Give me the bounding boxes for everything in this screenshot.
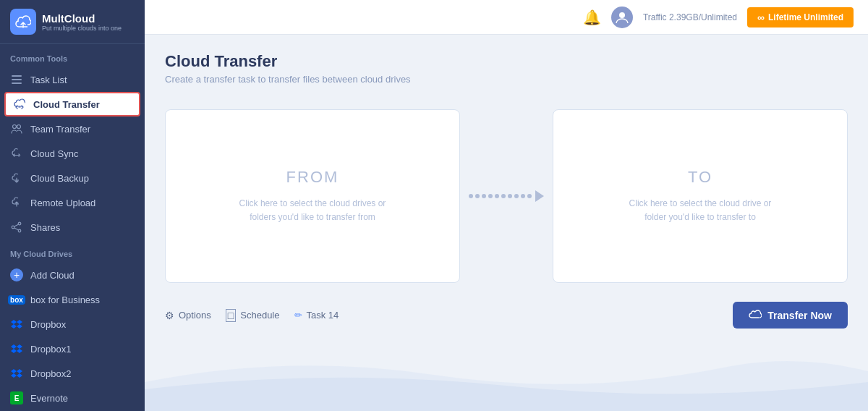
sidebar-item-cloud-transfer[interactable]: Cloud Transfer	[4, 92, 140, 116]
svg-rect-0	[12, 75, 22, 77]
cloud-backup-label: Cloud Backup	[30, 173, 89, 184]
dot-7	[508, 194, 512, 198]
from-box[interactable]: FROM Click here to select the cloud driv…	[165, 109, 460, 283]
wave-decoration	[145, 324, 868, 411]
from-title: FROM	[286, 168, 339, 187]
list-icon	[10, 73, 23, 86]
bottom-toolbar: ⚙ Options □ Schedule ✏ Task 14	[165, 290, 848, 334]
evernote-label: Evernote	[30, 393, 68, 404]
sidebar-item-add-cloud[interactable]: + Add Cloud	[0, 263, 145, 287]
to-title: TO	[688, 168, 712, 187]
from-desc: Click here to select the cloud drives or…	[233, 197, 392, 224]
schedule-label: Schedule	[240, 310, 279, 321]
to-desc: Click here to select the cloud drive or …	[621, 197, 780, 224]
sidebar-item-cloud-sync[interactable]: Cloud Sync	[0, 141, 145, 166]
cloud-transfer-icon	[13, 98, 26, 111]
lifetime-icon: ∞	[757, 12, 765, 23]
options-label: Options	[179, 310, 211, 321]
dropbox-icon	[10, 318, 23, 331]
logo-area: MultCloud Put multiple clouds into one	[0, 0, 145, 44]
traffic-text: Traffic 2.39GB/Unlimited	[643, 12, 737, 22]
remote-upload-icon	[10, 196, 23, 209]
task-list-label: Task List	[30, 75, 67, 85]
transfer-now-button[interactable]: Transfer Now	[733, 302, 848, 329]
svg-point-3	[13, 125, 17, 129]
dot-10	[527, 194, 532, 198]
team-transfer-icon	[10, 122, 23, 135]
options-icon: ⚙	[165, 310, 174, 321]
dot-2	[475, 194, 480, 198]
dot-4	[488, 194, 493, 198]
toolbar-left: ⚙ Options □ Schedule ✏ Task 14	[165, 309, 339, 322]
schedule-icon: □	[226, 309, 236, 322]
transfer-now-label: Transfer Now	[767, 310, 832, 321]
dot-1	[469, 194, 473, 198]
page-title: Cloud Transfer	[165, 52, 848, 71]
box-label: box for Business	[30, 295, 100, 305]
dot-8	[514, 194, 519, 198]
task-icon: ✏	[294, 310, 302, 321]
box-icon: box	[10, 293, 23, 306]
shares-icon	[10, 221, 23, 234]
logo-subtitle: Put multiple clouds into one	[42, 25, 122, 32]
sidebar-item-task-list[interactable]: Task List	[0, 67, 145, 92]
svg-point-11	[619, 12, 625, 18]
sidebar-item-dropbox2[interactable]: Dropbox2	[0, 361, 145, 386]
svg-rect-2	[12, 82, 22, 84]
schedule-button[interactable]: □ Schedule	[226, 309, 280, 322]
sidebar-item-shares[interactable]: Shares	[0, 215, 145, 240]
dropbox1-label: Dropbox1	[30, 344, 71, 355]
logo-icon	[10, 9, 36, 35]
header: 🔔 Traffic 2.39GB/Unlimited ∞ Lifetime Un…	[145, 0, 868, 35]
notification-bell[interactable]: 🔔	[583, 9, 601, 26]
logo-text: MultCloud Put multiple clouds into one	[42, 12, 122, 32]
options-button[interactable]: ⚙ Options	[165, 310, 211, 321]
transfer-arrow	[460, 190, 553, 202]
page-subtitle: Create a transfer task to transfer files…	[165, 74, 848, 85]
arrow-head	[535, 190, 544, 202]
sidebar-item-evernote[interactable]: E Evernote	[0, 386, 145, 410]
cloud-transfer-label: Cloud Transfer	[33, 99, 100, 110]
transfer-now-cloud-icon	[749, 309, 762, 321]
dropbox1-icon	[10, 342, 23, 355]
shares-label: Shares	[30, 222, 60, 233]
svg-point-4	[17, 125, 21, 129]
sidebar: MultCloud Put multiple clouds into one C…	[0, 0, 145, 411]
add-cloud-label: Add Cloud	[30, 270, 75, 281]
cloud-sync-icon	[10, 147, 23, 160]
svg-point-7	[18, 229, 21, 232]
remote-upload-label: Remote Upload	[30, 198, 95, 208]
common-tools-section-label: Common Tools	[0, 44, 145, 67]
add-cloud-icon: +	[10, 268, 23, 281]
dot-3	[482, 194, 486, 198]
sidebar-item-dropbox[interactable]: Dropbox	[0, 312, 145, 336]
main-area: 🔔 Traffic 2.39GB/Unlimited ∞ Lifetime Un…	[145, 0, 868, 411]
page-content: Cloud Transfer Create a transfer task to…	[145, 35, 868, 411]
dropbox2-label: Dropbox2	[30, 368, 71, 379]
evernote-icon: E	[10, 391, 23, 404]
arrow-dots	[469, 190, 544, 202]
transfer-area: FROM Click here to select the cloud driv…	[165, 102, 848, 290]
my-cloud-drives-section-label: My Cloud Drives	[0, 240, 145, 263]
dot-9	[521, 194, 525, 198]
team-transfer-label: Team Transfer	[30, 124, 90, 135]
svg-point-6	[12, 226, 14, 229]
sidebar-item-remote-upload[interactable]: Remote Upload	[0, 190, 145, 215]
to-box[interactable]: TO Click here to select the cloud drive …	[553, 109, 848, 283]
sidebar-item-team-transfer[interactable]: Team Transfer	[0, 116, 145, 141]
sidebar-item-box-for-business[interactable]: box box for Business	[0, 287, 145, 312]
cloud-sync-label: Cloud Sync	[30, 148, 78, 159]
task-button[interactable]: ✏ Task 14	[294, 310, 339, 321]
lifetime-label: Lifetime Unlimited	[768, 12, 843, 22]
lifetime-button[interactable]: ∞ Lifetime Unlimited	[747, 7, 854, 27]
dropbox-label: Dropbox	[30, 319, 66, 330]
svg-rect-1	[12, 79, 22, 80]
sidebar-item-cloud-backup[interactable]: Cloud Backup	[0, 166, 145, 190]
sidebar-item-dropbox1[interactable]: Dropbox1	[0, 336, 145, 361]
logo-title: MultCloud	[42, 12, 122, 25]
dot-6	[501, 194, 506, 198]
cloud-backup-icon	[10, 171, 23, 185]
svg-point-5	[18, 222, 21, 225]
user-avatar[interactable]	[611, 7, 633, 28]
dropbox2-icon	[10, 367, 23, 380]
